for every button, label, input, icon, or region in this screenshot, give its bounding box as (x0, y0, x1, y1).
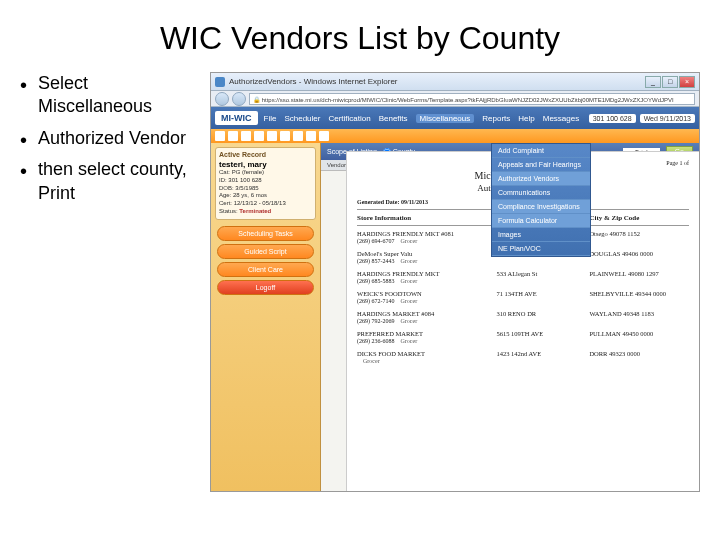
toolbar-icon[interactable] (254, 131, 264, 141)
dropdown-appeals[interactable]: Appeals and Fair Hearings (492, 158, 590, 172)
status-value: Terminated (239, 208, 271, 214)
record-id: ID: 301 100 628 (219, 177, 312, 185)
main-menu: File Scheduler Certification Benefits Mi… (264, 114, 589, 123)
toolbar-icon[interactable] (228, 131, 238, 141)
dropdown-compliance[interactable]: Compliance Investigations (492, 200, 590, 214)
url-input[interactable]: 🔒 https://sso.state.mi.us/dch-miwicprod/… (249, 93, 695, 105)
report-row: DICKS FOOD MARKETGrocer1423 142nd AVEDOR… (357, 350, 689, 364)
record-cat: Cat: PG (female) (219, 169, 312, 177)
col-store-info: Store Information (357, 214, 496, 222)
app-header: MI-WIC File Scheduler Certification Bene… (211, 107, 699, 129)
toolbar-icon[interactable] (293, 131, 303, 141)
active-record-panel: Active Record testeri, mary Cat: PG (fem… (215, 147, 316, 220)
toolbar-icon[interactable] (215, 131, 225, 141)
toolbar-icon[interactable] (280, 131, 290, 141)
bullet-list: Select Miscellaneous Authorized Vendor t… (20, 72, 200, 492)
record-name: testeri, mary (219, 160, 312, 169)
active-record-header: Active Record (219, 151, 312, 158)
bullet-item: then select county, Print (20, 158, 200, 205)
dropdown-formula-calc[interactable]: Formula Calculator (492, 214, 590, 228)
status-label: Status: (219, 208, 238, 214)
forward-button[interactable] (232, 92, 246, 106)
date-display: Wed 9/11/2013 (640, 114, 695, 123)
menu-help[interactable]: Help (518, 114, 534, 123)
menu-messages[interactable]: Messages (543, 114, 579, 123)
slide-title: WIC Vendors List by County (0, 0, 720, 72)
guided-script-button[interactable]: Guided Script (217, 244, 314, 259)
menu-file[interactable]: File (264, 114, 277, 123)
logoff-button[interactable]: Logoff (217, 280, 314, 295)
app-logo: MI-WIC (215, 111, 258, 125)
menu-certification[interactable]: Certification (328, 114, 370, 123)
dropdown-communications[interactable]: Communications (492, 186, 590, 200)
lock-icon: 🔒 (253, 97, 260, 103)
browser-favicon-icon (215, 77, 225, 87)
report-row: HARDINGS FRIENDLY MKT(269) 685-5883Groce… (357, 270, 689, 284)
dropdown-ne-plan[interactable]: NE Plan/VOC (492, 242, 590, 256)
col-city-zip: City & Zip Code (589, 214, 689, 222)
scheduling-tasks-button[interactable]: Scheduling Tasks (217, 226, 314, 241)
dropdown-authorized-vendors[interactable]: Authorized Vendors (492, 172, 590, 186)
dropdown-add-complaint[interactable]: Add Complaint (492, 144, 590, 158)
report-row: WEICK'S FOODTOWN(269) 672-7140Grocer71 1… (357, 290, 689, 304)
toolbar-icon[interactable] (306, 131, 316, 141)
app-screenshot: AuthorizedVendors - Windows Internet Exp… (210, 72, 700, 492)
browser-titlebar: AuthorizedVendors - Windows Internet Exp… (211, 73, 699, 91)
bullet-item: Select Miscellaneous (20, 72, 200, 119)
menu-scheduler[interactable]: Scheduler (284, 114, 320, 123)
sidebar: Active Record testeri, mary Cat: PG (fem… (211, 143, 321, 491)
toolbar-icon[interactable] (319, 131, 329, 141)
record-dob: DOB: 3/5/1985 (219, 185, 312, 193)
minimize-button[interactable]: _ (645, 76, 661, 88)
record-age: Age: 28 ys, 6 mos (219, 192, 312, 200)
close-button[interactable]: × (679, 76, 695, 88)
record-id-display: 301 100 628 (589, 114, 636, 123)
toolbar (211, 129, 699, 143)
report-row: HARDINGS MARKET #084(269) 792-2069Grocer… (357, 310, 689, 324)
window-title: AuthorizedVendors - Windows Internet Exp… (229, 77, 645, 86)
record-cert: Cert: 12/13/12 - 05/18/13 (219, 200, 312, 208)
menu-miscellaneous[interactable]: Miscellaneous (416, 114, 475, 123)
maximize-button[interactable]: □ (662, 76, 678, 88)
client-care-button[interactable]: Client Care (217, 262, 314, 277)
menu-reports[interactable]: Reports (482, 114, 510, 123)
bullet-item: Authorized Vendor (20, 127, 200, 150)
miscellaneous-dropdown: Add Complaint Appeals and Fair Hearings … (491, 143, 591, 257)
report-row: PREFERRED MARKET(269) 236-6088Grocer5615… (357, 330, 689, 344)
toolbar-icon[interactable] (267, 131, 277, 141)
menu-benefits[interactable]: Benefits (379, 114, 408, 123)
toolbar-icon[interactable] (241, 131, 251, 141)
back-button[interactable] (215, 92, 229, 106)
dropdown-images[interactable]: Images (492, 228, 590, 242)
address-bar: 🔒 https://sso.state.mi.us/dch-miwicprod/… (211, 91, 699, 107)
